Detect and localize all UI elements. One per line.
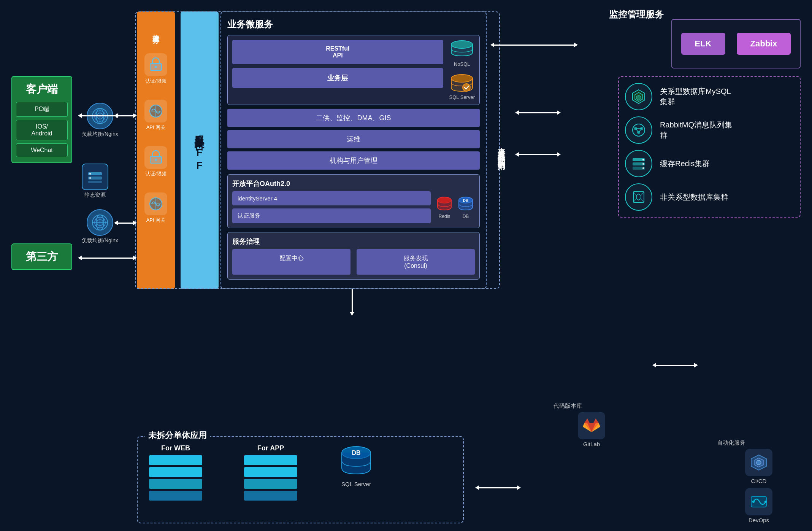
event-bus: 事件总线服务之间的调用 (490, 11, 513, 289)
nosql-cluster-icon (625, 183, 652, 211)
arrow-line4 (494, 45, 574, 46)
api-gw-2: API 网关 (144, 192, 167, 224)
auth-service-box: 认证服务 (232, 208, 431, 223)
ingress-column: 接入服务 认证/限频 (137, 11, 175, 289)
arrow-tip (78, 113, 82, 118)
third-party-box: 第三方 (11, 243, 72, 270)
rabbitmq-label: RabbitMQ消息队列集群 (660, 120, 732, 140)
devops-label: DevOps (749, 517, 769, 523)
rabbitmq-cluster: RabbitMQ消息队列集群 (625, 116, 794, 144)
mysql-cluster: 关系型数据库MySQL集群 (625, 83, 794, 110)
for-app-servers (244, 455, 297, 501)
svg-point-38 (633, 124, 645, 136)
arrow-tip-l (114, 113, 118, 118)
arrow-tip-l2 (114, 221, 118, 225)
auth-label-1: 认证/限频 (145, 78, 167, 84)
web-server-bar-1 (149, 455, 202, 465)
arrow-tip-r8 (694, 363, 698, 367)
nosql-block: NoSQL (450, 40, 474, 67)
gov-content: 配置中心 服务发现(Consul) (232, 249, 475, 275)
identity-server-box: identityServer 4 (232, 191, 431, 205)
web-server-bar-3 (149, 479, 202, 489)
arrow-third-gw (78, 256, 137, 260)
svg-rect-51 (633, 192, 644, 202)
api-gw-1: API 网关 (144, 100, 167, 131)
event-bus-label: 事件总线服务之间的调用 (497, 142, 507, 159)
svg-text:DB: DB (463, 199, 468, 203)
svg-point-31 (463, 84, 470, 91)
arrow-eb-rabbit (515, 152, 561, 157)
svg-point-61 (756, 460, 761, 465)
arrow-tip-r3 (133, 256, 137, 260)
gitlab-block: GitLab (553, 412, 630, 447)
redis-cluster: 缓存Redis集群 (625, 150, 794, 177)
gitlab-icon (578, 412, 605, 439)
open-platform-dbs: Redis DB DB (435, 196, 475, 219)
open-platform-box: 开放平台OAuth2.0 identityServer 4 认证服务 (227, 174, 480, 228)
restful-api-box: RESTfulAPI (232, 40, 443, 64)
redis-label: Redis (439, 214, 450, 219)
arrow-lb-ingress (114, 113, 137, 118)
svg-point-30 (451, 75, 473, 82)
web-server-bar-4 (149, 491, 202, 501)
for-app-label: For APP (257, 444, 284, 452)
arrow-tip-r4 (574, 43, 578, 47)
rabbitmq-icon (625, 116, 652, 144)
arrow-tip-r7 (517, 485, 521, 490)
monitoring-box: ELK Zabbix (671, 19, 801, 68)
zabbix-button[interactable]: Zabbix (737, 33, 791, 55)
mid-row-3: 机构与用户管理 (227, 151, 480, 170)
elk-button[interactable]: ELK (681, 33, 725, 55)
auth-label-2: 认证/限频 (145, 170, 167, 177)
for-web-box: For WEB (149, 444, 202, 501)
cicd-block: CI/CD (745, 449, 772, 484)
api-gw-label-2: API 网关 (146, 217, 166, 224)
arrow-v-line (352, 289, 353, 312)
arrow-tip-l6 (515, 152, 519, 157)
svg-point-48 (642, 159, 644, 161)
ingress-icons: 认证/限频 API 网关 (144, 53, 167, 224)
arrow-tip-r (133, 113, 137, 118)
gov-title: 服务治理 (232, 237, 475, 246)
code-repo-section: 代码版本库 GitLab (553, 402, 630, 447)
nosql-icon (450, 40, 474, 60)
mysql-icon (625, 83, 652, 110)
sqlserver-label: SQL Server (449, 94, 475, 100)
svg-text:DB: DB (352, 450, 360, 456)
arrow-gov-monolith (350, 289, 354, 316)
sqlserver-icon (450, 73, 474, 94)
arrow-line8 (656, 365, 694, 366)
arrow-tip-l5 (515, 110, 519, 115)
arrow-monolith-sql (475, 485, 521, 490)
open-platform-title: 开放平台OAuth2.0 (232, 179, 475, 188)
app-server-bar-4 (244, 491, 297, 501)
biz-top-section: RESTfulAPI 业务层 NoSQL (227, 35, 480, 105)
api-gw-icon-2 (144, 192, 167, 215)
svg-point-10 (89, 177, 91, 179)
auth-icon-1 (144, 53, 167, 76)
arrow-tip-d (350, 312, 354, 316)
arrow-tip-r5 (557, 110, 561, 115)
for-web-servers (149, 455, 202, 501)
automation-items: CI/CD DevOps (717, 449, 801, 523)
web-server-bar-2 (149, 467, 202, 477)
svg-point-64 (764, 501, 767, 503)
lb-bottom-icon (87, 209, 113, 236)
for-web-label: For WEB (161, 444, 190, 452)
arrow-line3 (82, 258, 133, 259)
micro-outer-box: 业务微服务 RESTfulAPI 业务层 NoSQL (220, 11, 487, 289)
svg-point-18 (155, 66, 157, 68)
static-icon (82, 164, 108, 190)
client-box: 客户端 PC端 IOS/Android WeChat (11, 76, 72, 163)
app-server-bar-1 (244, 455, 297, 465)
static-resource: 静态资源 (82, 164, 108, 199)
arrow-line (118, 115, 133, 116)
service-discovery-btn: 服务发现(Consul) (357, 249, 475, 275)
nosql-label: NoSQL (454, 61, 470, 67)
client-ios: IOS/Android (16, 120, 68, 140)
api-gw-icon-1 (144, 100, 167, 122)
auth-2: 认证/限频 (144, 146, 167, 177)
config-center-btn: 配置中心 (232, 249, 350, 275)
code-repo-title: 代码版本库 (553, 402, 630, 410)
api-gw-label-1: API 网关 (146, 124, 166, 131)
